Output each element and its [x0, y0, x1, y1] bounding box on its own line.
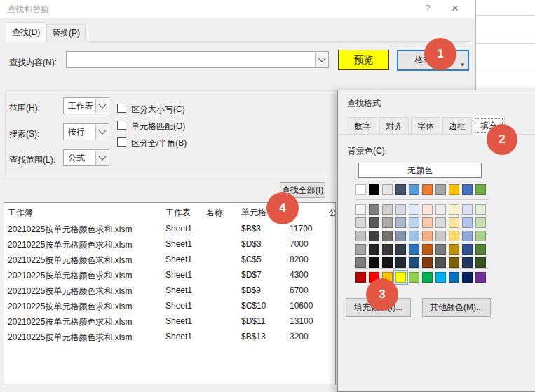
close-icon[interactable]: × [446, 0, 464, 17]
help-icon[interactable]: ? [421, 1, 435, 15]
chevron-down-icon[interactable] [315, 53, 327, 67]
color-swatch[interactable] [395, 184, 406, 195]
color-swatch[interactable] [409, 184, 419, 195]
color-swatch[interactable] [422, 217, 433, 228]
color-swatch[interactable] [449, 231, 459, 241]
color-swatch[interactable] [475, 184, 486, 195]
color-swatch[interactable] [422, 257, 433, 268]
color-swatch[interactable] [449, 217, 459, 228]
color-swatch[interactable] [449, 204, 459, 215]
color-swatch[interactable] [409, 257, 419, 268]
result-row[interactable]: 20210225按单元格颜色求和.xlsmSheet1$C$1010600 [4, 299, 335, 314]
results-column-header[interactable]: 工作表 [165, 207, 191, 219]
results-column-header[interactable]: 工作簿 [8, 207, 33, 219]
result-row[interactable]: 20210225按单元格颜色求和.xlsmSheet1$B$96700 [4, 283, 335, 299]
tab-replace[interactable]: 替换(P) [46, 24, 86, 42]
color-swatch[interactable] [395, 244, 406, 255]
color-swatch[interactable] [422, 272, 433, 283]
match-width-checkbox[interactable] [117, 137, 126, 147]
color-swatch[interactable] [462, 204, 473, 215]
color-swatch[interactable] [449, 244, 459, 255]
color-swatch[interactable] [395, 231, 406, 241]
tab-find[interactable]: 查找(D) [6, 22, 46, 42]
color-swatch[interactable] [382, 204, 393, 215]
results-column-header[interactable]: 单元格 [241, 207, 266, 219]
color-swatch[interactable] [435, 244, 446, 255]
color-swatch[interactable] [369, 184, 379, 195]
color-swatch[interactable] [409, 204, 419, 215]
color-swatch[interactable] [409, 231, 419, 241]
tab-border[interactable]: 边框 [442, 117, 472, 134]
color-swatch[interactable] [395, 204, 406, 215]
color-swatch[interactable] [422, 231, 433, 241]
color-swatch[interactable] [475, 244, 486, 255]
color-swatch[interactable] [382, 184, 393, 195]
search-select[interactable]: 按行 [63, 123, 109, 140]
color-swatch[interactable] [369, 204, 379, 215]
tab-font[interactable]: 字体 [411, 117, 440, 134]
color-swatch[interactable] [475, 231, 486, 241]
match-cell-checkbox[interactable] [117, 121, 126, 130]
color-swatch[interactable] [369, 257, 379, 268]
color-swatch[interactable] [395, 272, 406, 283]
color-swatch[interactable] [435, 204, 446, 215]
color-swatch[interactable] [449, 257, 459, 268]
color-swatch[interactable] [435, 272, 446, 283]
color-swatch[interactable] [422, 244, 433, 255]
color-swatch[interactable] [435, 231, 446, 241]
color-swatch[interactable] [369, 244, 379, 255]
color-swatch[interactable] [355, 257, 366, 268]
color-swatch[interactable] [462, 244, 473, 255]
more-colors-button[interactable]: 其他颜色(M)... [422, 298, 491, 317]
result-row[interactable]: 20210225按单元格颜色求和.xlsmSheet1$D$37000 [4, 237, 335, 252]
color-swatch[interactable] [462, 257, 473, 268]
color-swatch[interactable] [475, 257, 486, 268]
color-swatch[interactable] [409, 272, 419, 283]
color-swatch[interactable] [422, 184, 433, 195]
results-column-header[interactable]: 公式 [329, 207, 336, 219]
color-swatch[interactable] [462, 217, 473, 228]
color-swatch[interactable] [355, 184, 366, 195]
result-row[interactable]: 20210225按单元格颜色求和.xlsmSheet1$D$1113100 [4, 314, 335, 330]
color-swatch[interactable] [435, 257, 446, 268]
results-column-header[interactable]: 名称 [206, 207, 223, 219]
color-swatch[interactable] [382, 231, 393, 241]
color-swatch[interactable] [435, 217, 446, 228]
lookin-select[interactable]: 公式 [63, 149, 109, 166]
find-what-input[interactable] [66, 51, 329, 68]
color-swatch[interactable] [422, 204, 433, 215]
color-swatch[interactable] [462, 231, 473, 241]
color-swatch[interactable] [409, 217, 419, 228]
result-row[interactable]: 20210225按单元格颜色求和.xlsmSheet1$C$58200 [4, 252, 335, 268]
no-color-button[interactable]: 无颜色 [358, 163, 482, 178]
color-swatch[interactable] [355, 204, 366, 215]
color-swatch[interactable] [475, 204, 486, 215]
color-swatch[interactable] [382, 257, 393, 268]
color-swatch[interactable] [355, 231, 366, 241]
tab-number[interactable]: 数字 [348, 117, 377, 134]
color-swatch[interactable] [355, 244, 366, 255]
color-swatch[interactable] [475, 217, 486, 228]
color-swatch[interactable] [355, 272, 366, 283]
color-swatch[interactable] [369, 231, 379, 241]
color-swatch[interactable] [475, 272, 486, 283]
color-swatch[interactable] [462, 272, 473, 283]
chevron-down-icon[interactable] [95, 151, 108, 165]
color-swatch[interactable] [395, 257, 406, 268]
tab-alignment[interactable]: 对齐 [379, 117, 409, 134]
color-swatch[interactable] [382, 244, 393, 255]
color-swatch[interactable] [435, 184, 446, 195]
color-swatch[interactable] [369, 217, 379, 228]
chevron-down-icon[interactable] [95, 125, 108, 139]
color-swatch[interactable] [382, 217, 393, 228]
color-swatch[interactable] [449, 184, 459, 195]
results-list[interactable]: 工作簿工作表名称单元格值公式 20210225按单元格颜色求和.xlsmShee… [4, 202, 336, 384]
match-case-checkbox[interactable] [117, 104, 126, 113]
color-swatch[interactable] [395, 217, 406, 228]
color-swatch[interactable] [409, 244, 419, 255]
color-swatch[interactable] [462, 184, 473, 195]
color-swatch[interactable] [449, 272, 459, 283]
chevron-down-icon[interactable] [95, 99, 108, 113]
result-row[interactable]: 20210225按单元格颜色求和.xlsmSheet1$B$133200 [4, 330, 335, 345]
result-row[interactable]: 20210225按单元格颜色求和.xlsmSheet1$D$74300 [4, 268, 335, 283]
